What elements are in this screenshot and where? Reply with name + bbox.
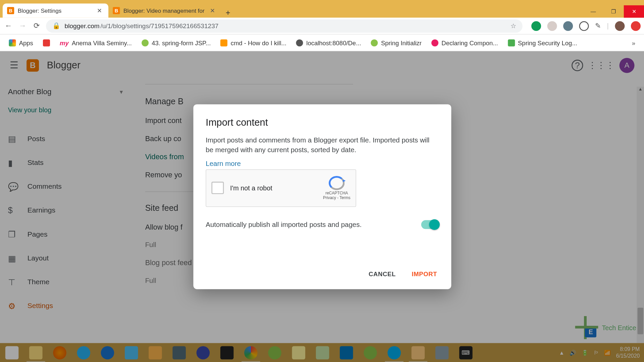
bookmarks-bar: Apps myAnema Villa Seminy... 43. spring-… — [0, 35, 644, 51]
extension-icon[interactable] — [579, 21, 589, 31]
blogger-favicon-icon: B — [7, 7, 14, 14]
extension-area: ✎ | — [531, 21, 641, 31]
close-window-button[interactable]: ✕ — [624, 5, 644, 18]
recaptcha-checkbox[interactable] — [211, 182, 224, 194]
url-path: /u/1/blog/settings/7195175962166531237 — [100, 22, 218, 29]
close-tab-icon[interactable]: ✕ — [95, 7, 104, 14]
minimize-button[interactable]: ― — [583, 5, 603, 18]
back-button[interactable]: ← — [4, 21, 13, 30]
tab-title: Blogger: Video management for — [123, 7, 205, 14]
bookmark-item[interactable]: localhost:8080/De... — [296, 39, 361, 46]
cancel-button[interactable]: CANCEL — [367, 268, 397, 280]
recaptcha-logo-icon — [329, 176, 344, 190]
learn-more-link[interactable]: Learn more — [206, 160, 241, 168]
reload-button[interactable]: ⟳ — [32, 21, 42, 31]
lock-icon: 🔒 — [52, 22, 60, 29]
eyedropper-icon[interactable]: ✎ — [595, 22, 601, 30]
close-tab-icon[interactable]: ✕ — [208, 7, 217, 14]
import-button[interactable]: IMPORT — [410, 268, 439, 280]
bookmark-item[interactable]: myAnema Villa Seminy... — [60, 39, 132, 46]
auto-publish-label: Automatically publish all imported posts… — [206, 221, 421, 229]
bookmark-item[interactable] — [43, 39, 50, 46]
extension-icon[interactable] — [563, 21, 573, 31]
url-host: blogger.com — [65, 22, 100, 29]
extension-icon[interactable] — [547, 21, 557, 31]
star-icon[interactable]: ☆ — [511, 22, 516, 29]
dialog-description: Import posts and comments from a Blogger… — [206, 135, 439, 155]
browser-tab-inactive[interactable]: B Blogger: Video management for ✕ — [108, 4, 221, 18]
forward-button[interactable]: → — [18, 21, 28, 30]
dialog-title: Import content — [206, 117, 439, 128]
browser-tab-strip: B Blogger: Settings ✕ B Blogger: Video m… — [0, 0, 644, 18]
tab-title: Blogger: Settings — [18, 7, 62, 14]
extension-icon[interactable] — [631, 21, 641, 31]
browser-tab-active[interactable]: B Blogger: Settings ✕ — [3, 4, 108, 18]
bookmark-item[interactable]: cmd - How do I kill... — [220, 39, 286, 46]
bookmarks-overflow-icon[interactable]: » — [632, 39, 635, 46]
address-bar-row: ← → ⟳ 🔒 blogger.com/u/1/blog/settings/71… — [0, 18, 644, 35]
bookmark-item[interactable]: Declaring Compon... — [431, 39, 498, 46]
new-tab-button[interactable]: + — [221, 8, 235, 18]
maximize-button[interactable]: ❐ — [603, 5, 624, 18]
recaptcha-label: I'm not a robot — [230, 184, 317, 192]
auto-publish-toggle[interactable] — [421, 220, 439, 229]
import-content-dialog: Import content Import posts and comments… — [193, 104, 451, 289]
apps-bookmark[interactable]: Apps — [9, 39, 33, 46]
blogger-favicon-icon: B — [113, 7, 120, 14]
grammarly-icon[interactable] — [531, 21, 541, 31]
bookmark-item[interactable]: Spring Security Log... — [508, 39, 577, 46]
profile-avatar-icon[interactable] — [615, 21, 625, 31]
recaptcha-widget: I'm not a robot reCAPTCHA Privacy - Term… — [206, 169, 356, 207]
bookmark-item[interactable]: Spring Initializr — [371, 39, 422, 46]
recaptcha-branding: reCAPTCHA Privacy - Terms — [323, 176, 351, 200]
window-controls: ― ❐ ✕ — [583, 5, 644, 18]
address-bar[interactable]: 🔒 blogger.com/u/1/blog/settings/71951759… — [46, 19, 522, 33]
bookmark-item[interactable]: 43. spring-form JSP... — [142, 39, 211, 46]
